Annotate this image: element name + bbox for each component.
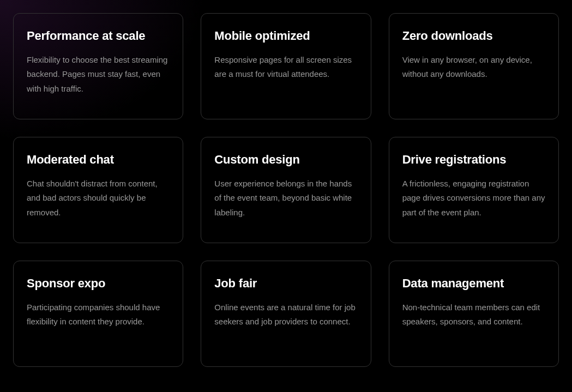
feature-title: Drive registrations xyxy=(402,153,545,167)
feature-desc: View in any browser, on any device, with… xyxy=(402,53,545,82)
feature-card: Job fair Online events are a natural tim… xyxy=(201,261,371,367)
feature-title: Moderated chat xyxy=(27,153,170,167)
feature-desc: Non-technical team members can edit spea… xyxy=(402,300,545,329)
feature-card: Data management Non-technical team membe… xyxy=(389,261,559,367)
feature-card: Performance at scale Flexibility to choo… xyxy=(13,13,183,119)
feature-card: Drive registrations A frictionless, enga… xyxy=(389,137,559,243)
feature-grid: Performance at scale Flexibility to choo… xyxy=(13,13,559,367)
feature-card: Moderated chat Chat shouldn't distract f… xyxy=(13,137,183,243)
feature-title: Sponsor expo xyxy=(27,276,170,291)
feature-title: Data management xyxy=(402,276,545,291)
feature-title: Job fair xyxy=(214,276,357,291)
feature-desc: Responsive pages for all screen sizes ar… xyxy=(214,53,357,82)
feature-title: Custom design xyxy=(214,153,357,167)
feature-desc: A frictionless, engaging registration pa… xyxy=(402,177,545,220)
feature-desc: Flexibility to choose the best streaming… xyxy=(27,53,170,96)
feature-card: Mobile optimized Responsive pages for al… xyxy=(201,13,371,119)
feature-desc: Chat shouldn't distract from content, an… xyxy=(27,177,170,220)
feature-title: Performance at scale xyxy=(27,29,170,43)
feature-title: Mobile optimized xyxy=(214,29,357,43)
feature-card: Sponsor expo Participating companies sho… xyxy=(13,261,183,367)
feature-desc: User experience belongs in the hands of … xyxy=(214,177,357,220)
feature-title: Zero downloads xyxy=(402,29,545,43)
feature-card: Custom design User experience belongs in… xyxy=(201,137,371,243)
feature-card: Zero downloads View in any browser, on a… xyxy=(389,13,559,119)
feature-desc: Participating companies should have flex… xyxy=(27,300,170,329)
feature-desc: Online events are a natural time for job… xyxy=(214,300,357,329)
